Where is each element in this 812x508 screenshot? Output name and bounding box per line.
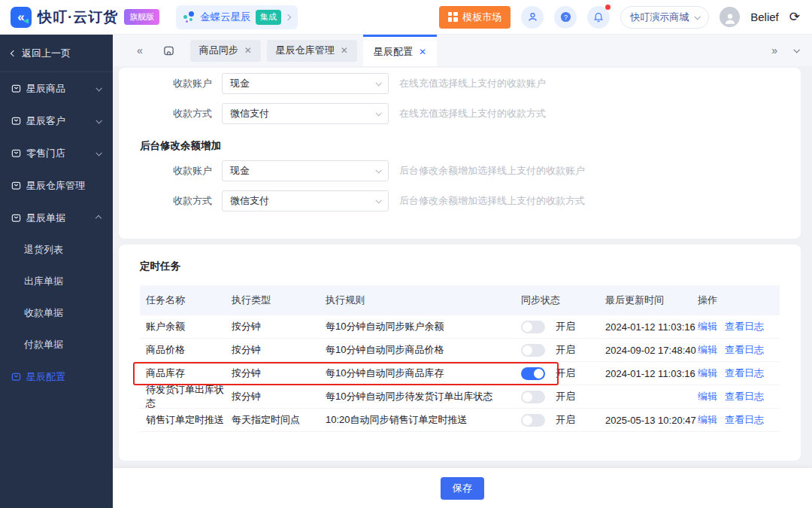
form-row-receipt-account-2: 收款账户 现金 后台修改余额增加选择线上支付的收款账户 bbox=[119, 160, 801, 181]
sidebar-subitem-payment-documents[interactable]: 付款单据 bbox=[0, 329, 113, 360]
sidebar-subitem-label: 收款单据 bbox=[24, 306, 63, 320]
sidebar-item-label: 星辰仓库管理 bbox=[26, 179, 102, 193]
bag-icon bbox=[11, 116, 21, 126]
task-name: 待发货订单出库状态 bbox=[140, 383, 232, 410]
select-value: 微信支付 bbox=[230, 107, 269, 120]
tab-product-sync[interactable]: 商品同步 ✕ bbox=[190, 40, 261, 62]
view-log-link[interactable]: 查看日志 bbox=[725, 413, 764, 427]
task-name: 账户余额 bbox=[140, 320, 232, 333]
edit-link[interactable]: 编辑 bbox=[698, 320, 717, 333]
form-row-receipt-method-2: 收款方式 微信支付 后台修改余额增加选择线上支付的收款方式 bbox=[119, 190, 801, 211]
sidebar-subitem-outbound-documents[interactable]: 出库单据 bbox=[0, 266, 113, 297]
bag-icon bbox=[11, 213, 21, 223]
sidebar-back-button[interactable]: 返回上一页 bbox=[0, 35, 113, 72]
close-icon[interactable]: ✕ bbox=[341, 45, 348, 56]
chevron-down-icon bbox=[695, 14, 701, 20]
sidebar-item-xingchen-goods[interactable]: 星辰商品 bbox=[0, 72, 113, 105]
notifications-bell-icon[interactable] bbox=[587, 6, 610, 29]
col-sync-status: 同步状态 bbox=[521, 294, 605, 307]
sync-toggle[interactable] bbox=[521, 367, 545, 380]
task-type: 每天指定时间点 bbox=[232, 413, 326, 427]
chevron-down-icon bbox=[95, 150, 102, 156]
task-rule: 每10分钟自动同步待发货订单出库状态 bbox=[326, 390, 521, 403]
sidebar-subitem-return-list[interactable]: 退货列表 bbox=[0, 234, 113, 266]
sidebar-item-xingchen-customers[interactable]: 星辰客户 bbox=[0, 105, 113, 137]
sidebar-item-label: 星辰客户 bbox=[26, 114, 91, 128]
sidebar-item-warehouse-management[interactable]: 星辰仓库管理 bbox=[0, 169, 113, 202]
kingdee-integration-pill[interactable]: 金蝶云星辰 集成 bbox=[176, 5, 298, 29]
user-avatar[interactable] bbox=[720, 7, 740, 27]
table-row-product-stock: 商品库存 按分钟 每10分钟自动同步商品库存 开启 2024-01-12 11:… bbox=[140, 362, 780, 385]
edit-link[interactable]: 编辑 bbox=[698, 390, 717, 403]
select-value: 现金 bbox=[230, 164, 250, 178]
shop-selector[interactable]: 快叮演示商城 bbox=[620, 6, 709, 29]
template-market-button[interactable]: 模板市场 bbox=[439, 6, 511, 29]
payment-config-card: 收款账户 现金 在线充值选择线上支付的收款账户 收款方式 微信支付 在线充值选择… bbox=[119, 68, 801, 239]
sidebar-item-label: 零售门店 bbox=[26, 147, 91, 160]
kingdee-name: 金蝶云星辰 bbox=[200, 11, 251, 24]
task-type: 按分钟 bbox=[232, 390, 326, 403]
view-log-link[interactable]: 查看日志 bbox=[725, 343, 764, 357]
task-rule: 每10分钟自动同步商品库存 bbox=[326, 367, 521, 380]
status-label: 开启 bbox=[556, 343, 575, 357]
status-label: 开启 bbox=[556, 413, 575, 427]
sidebar-item-retail-stores[interactable]: 零售门店 bbox=[0, 137, 113, 169]
sidebar-nav: 返回上一页 星辰商品 星辰客户 零售门店 星辰仓库管理 星辰单据 退货列表 出库… bbox=[0, 35, 113, 508]
svg-text:?: ? bbox=[564, 14, 568, 21]
receipt-method-select-2[interactable]: 微信支付 bbox=[222, 190, 389, 211]
task-type: 按分钟 bbox=[232, 320, 326, 333]
edit-link[interactable]: 编辑 bbox=[698, 343, 717, 357]
task-type: 按分钟 bbox=[232, 343, 326, 357]
sync-toggle[interactable] bbox=[521, 391, 545, 403]
view-log-link[interactable]: 查看日志 bbox=[725, 390, 764, 403]
receipt-account-select[interactable]: 现金 bbox=[222, 73, 389, 94]
save-button[interactable]: 保存 bbox=[441, 477, 484, 500]
tab-strip: « 商品同步 ✕ 星辰仓库管理 ✕ 星辰配置 ✕ » bbox=[113, 35, 812, 66]
sidebar-subitem-receipt-documents[interactable]: 收款单据 bbox=[0, 297, 113, 329]
sidebar-item-xingchen-documents[interactable]: 星辰单据 bbox=[0, 202, 113, 234]
sidebar-subitem-label: 出库单据 bbox=[24, 275, 63, 288]
receipt-account-select-2[interactable]: 现金 bbox=[222, 160, 389, 181]
template-market-label: 模板市场 bbox=[462, 11, 501, 24]
view-log-link[interactable]: 查看日志 bbox=[725, 367, 764, 380]
tab-warehouse-management[interactable]: 星辰仓库管理 ✕ bbox=[267, 40, 357, 62]
task-name: 销售订单定时推送 bbox=[140, 413, 232, 427]
task-updated: 2024-01-12 11:03:16 bbox=[605, 321, 698, 333]
receipt-method-select[interactable]: 微信支付 bbox=[222, 103, 389, 124]
tabs-scroll-right-icon[interactable]: » bbox=[771, 44, 777, 56]
bag-icon bbox=[11, 148, 21, 158]
close-icon[interactable]: ✕ bbox=[244, 45, 252, 56]
chevron-right-icon bbox=[285, 14, 291, 20]
sync-toggle[interactable] bbox=[521, 321, 545, 333]
template-market-icon bbox=[448, 12, 458, 22]
edit-link[interactable]: 编辑 bbox=[698, 413, 717, 427]
edit-link[interactable]: 编辑 bbox=[698, 367, 717, 380]
refresh-icon[interactable]: ⟳ bbox=[789, 9, 800, 25]
col-exec-rule: 执行规则 bbox=[326, 294, 521, 307]
form-row-receipt-account: 收款账户 现金 在线充值选择线上支付的收款账户 bbox=[119, 73, 801, 94]
sidebar-item-label: 星辰配置 bbox=[26, 370, 102, 384]
close-icon[interactable]: ✕ bbox=[419, 47, 426, 57]
chevron-down-icon bbox=[95, 85, 102, 91]
table-row-sales-order-push: 销售订单定时推送 每天指定时间点 10:20自动同步销售订单定时推送 开启 20… bbox=[140, 409, 780, 432]
tabs-menu-chevron-icon[interactable] bbox=[793, 47, 799, 53]
sync-toggle[interactable] bbox=[521, 344, 545, 357]
tab-xingchen-config[interactable]: 星辰配置 ✕ bbox=[363, 35, 437, 66]
view-log-link[interactable]: 查看日志 bbox=[725, 320, 764, 333]
customer-service-icon[interactable] bbox=[521, 6, 544, 29]
home-icon[interactable] bbox=[162, 44, 175, 57]
bag-icon bbox=[11, 372, 21, 382]
app-title: 快叮·云订货 bbox=[38, 8, 118, 27]
field-hint: 后台修改余额增加选择线上支付的收款账户 bbox=[399, 164, 585, 178]
chevron-down-icon bbox=[95, 117, 102, 123]
task-updated: 2024-09-02 17:48:40 bbox=[605, 345, 698, 356]
top-header: « 快叮·云订货 旗舰版 金蝶云星辰 集成 模板市场 ? 快叮演示商城 Be bbox=[0, 0, 812, 35]
chevron-down-icon bbox=[375, 167, 381, 173]
field-hint: 在线充值选择线上支付的收款账户 bbox=[399, 77, 546, 90]
sync-toggle[interactable] bbox=[521, 414, 545, 427]
field-label: 收款账户 bbox=[119, 164, 222, 178]
tabs-scroll-left-icon[interactable]: « bbox=[137, 44, 143, 56]
col-last-updated: 最后更新时间 bbox=[605, 294, 698, 307]
sidebar-item-xingchen-config[interactable]: 星辰配置 bbox=[0, 360, 113, 393]
help-icon[interactable]: ? bbox=[554, 6, 577, 29]
